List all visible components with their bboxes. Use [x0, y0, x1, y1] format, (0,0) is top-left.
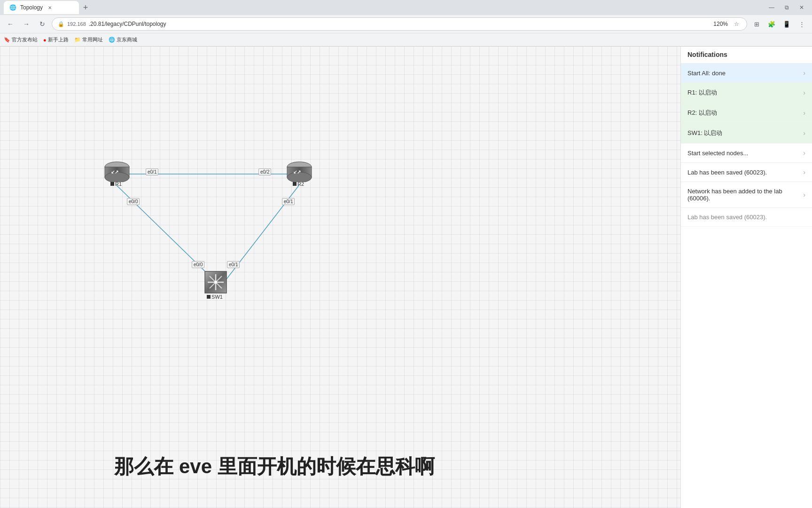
subtitle-text: 那么在 eve 里面开机的时候在思科啊: [0, 453, 549, 480]
notif-arrow-2: ›: [803, 109, 805, 117]
notif-text-5: Lab has been saved (60023).: [687, 169, 800, 176]
bookmark-label-3: 常用网址: [82, 36, 103, 43]
notif-item-4[interactable]: Start selected nodes... ›: [681, 143, 812, 163]
notif-item-0[interactable]: Start All: done ›: [681, 64, 812, 83]
bookmark-icon-4: 🌐: [109, 37, 115, 43]
notif-arrow-4: ›: [803, 149, 805, 157]
notif-item-2[interactable]: R2: 以启动 ›: [681, 103, 812, 123]
notif-arrow-0: ›: [803, 69, 805, 77]
bookmark-guanfang[interactable]: 🔖 官方发布站: [4, 36, 38, 43]
notif-arrow-1: ›: [803, 89, 805, 96]
forward-button[interactable]: →: [20, 17, 33, 31]
iface-r1-e00: e0/0: [127, 198, 140, 205]
address-bar-row: ← → ↻ 🔒 192.168 .20.81/legacy/CDPunl/top…: [0, 15, 812, 33]
svg-text:↙↗: ↙↗: [111, 169, 118, 175]
svg-text:↙↗: ↙↗: [293, 169, 301, 175]
router-r2-icon: ↙↗: [287, 161, 310, 180]
notif-item-6[interactable]: Network has been added to the lab (60006…: [681, 182, 812, 208]
tab-favicon: 🌐: [9, 4, 16, 11]
active-tab[interactable]: 🌐 Topology ✕: [4, 1, 79, 14]
main-content: e0/1 e0/2 e0/0 e0/0 e0/1 e0/1 ↙↗: [0, 46, 812, 508]
connections-svg: [0, 46, 680, 508]
back-button[interactable]: ←: [4, 17, 17, 31]
zoom-level: 120%: [711, 21, 730, 27]
topology-canvas[interactable]: e0/1 e0/2 e0/0 e0/0 e0/1 e0/1 ↙↗: [0, 46, 680, 508]
bookmark-label-4: 京东商城: [117, 36, 137, 43]
node-sw1-status: [207, 295, 211, 299]
notif-text-4: Start selected nodes...: [687, 150, 800, 157]
iface-r1-e01: e0/1: [146, 168, 158, 175]
notif-text-6: Network has been added to the lab (60006…: [687, 188, 800, 202]
bookmark-star[interactable]: ☆: [732, 19, 741, 29]
notif-text-1: R1: 以启动: [687, 88, 800, 97]
notif-arrow-3: ›: [803, 129, 805, 137]
notif-arrow-5: ›: [803, 168, 805, 176]
bookmark-icon-1: 🔖: [4, 37, 10, 43]
tab-close-button[interactable]: ✕: [47, 4, 53, 11]
more-button[interactable]: ⋮: [795, 17, 808, 31]
bookmark-label-2: 新手上路: [48, 36, 69, 43]
iface-r2-e01: e0/1: [282, 198, 295, 205]
screenshot-button[interactable]: ⊞: [750, 17, 763, 31]
notif-arrow-6: ›: [803, 191, 805, 198]
notif-item-5[interactable]: Lab has been saved (60023). ›: [681, 163, 812, 182]
security-indicator: 192.168: [67, 21, 86, 27]
node-r2-status: [293, 182, 297, 186]
bookmark-label-1: 官方发布站: [12, 36, 38, 43]
notifications-panel: Notifications Start All: done › R1: 以启动 …: [680, 46, 812, 508]
mobile-button[interactable]: 📱: [780, 17, 793, 31]
notif-text-7: Lab has been saved (60023).: [687, 214, 805, 221]
extensions-button[interactable]: 🧩: [765, 17, 778, 31]
minimize-button[interactable]: —: [765, 1, 778, 14]
refresh-button[interactable]: ↻: [36, 17, 49, 31]
notif-item-3[interactable]: SW1: 以启动 ›: [681, 123, 812, 143]
tab-title: Topology: [20, 4, 43, 11]
switch-sw1-icon: [203, 270, 226, 293]
notifications-header: Notifications: [681, 46, 812, 64]
iface-sw1-e01: e0/1: [227, 261, 240, 268]
browser-chrome: 🌐 Topology ✕ + — ⧉ ✕ ← → ↻ 🔒 192.168 .20…: [0, 0, 812, 47]
bookmark-icon-3: 📁: [74, 37, 81, 43]
tab-bar: 🌐 Topology ✕ + — ⧉ ✕: [0, 0, 812, 15]
restore-button[interactable]: ⧉: [780, 1, 793, 14]
url-text: .20.81/legacy/CDPunl/topology: [89, 21, 166, 27]
iface-r2-e02: e0/2: [258, 168, 271, 175]
iface-sw1-e00: e0/0: [192, 261, 204, 268]
router-r1-icon: ↙↗: [104, 161, 128, 180]
notif-text-3: SW1: 以启动: [687, 129, 800, 137]
bookmark-icon-2: ●: [43, 37, 47, 43]
bookmarks-bar: 🔖 官方发布站 ● 新手上路 📁 常用网址 🌐 京东商城: [0, 33, 812, 46]
notif-text-0: Start All: done: [687, 70, 800, 77]
security-icon: 🔒: [58, 21, 64, 27]
window-controls: — ⧉ ✕: [761, 0, 812, 15]
toolbar-right: ⊞ 🧩 📱 ⋮: [750, 17, 808, 31]
bookmark-changyong[interactable]: 📁 常用网址: [74, 36, 103, 43]
new-tab-button[interactable]: +: [79, 1, 92, 14]
node-r2[interactable]: ↙↗ R2: [287, 161, 310, 187]
address-icons: 120% ☆: [711, 19, 741, 29]
close-button[interactable]: ✕: [795, 1, 808, 14]
bookmark-jingdong[interactable]: 🌐 京东商城: [109, 36, 137, 43]
address-bar[interactable]: 🔒 192.168 .20.81/legacy/CDPunl/topology …: [52, 17, 747, 31]
node-r1[interactable]: ↙↗ R1: [104, 161, 128, 187]
node-sw1[interactable]: SW1: [203, 270, 226, 300]
node-r1-status: [110, 182, 114, 186]
notif-item-1[interactable]: R1: 以启动 ›: [681, 83, 812, 103]
notif-item-7: Lab has been saved (60023).: [681, 208, 812, 227]
notif-text-2: R2: 以启动: [687, 109, 800, 117]
bookmark-xinshou[interactable]: ● 新手上路: [43, 36, 69, 43]
svg-point-16: [214, 281, 217, 284]
